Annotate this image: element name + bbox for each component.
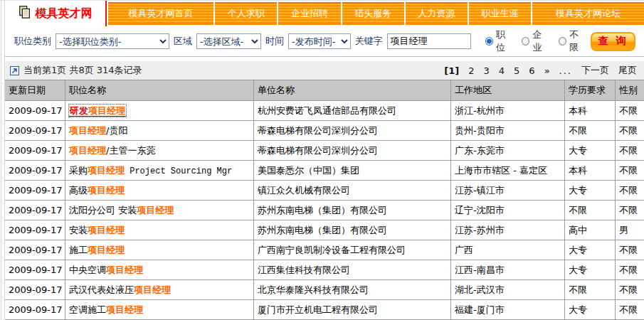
scope-radio-企业[interactable]: 企业 [522, 28, 550, 54]
job-title-link[interactable]: 安装项目经理 [69, 225, 125, 235]
job-title-link[interactable]: 高级项目经理 [69, 185, 125, 196]
job-date: 2009-09-17 [5, 161, 65, 181]
job-title-link[interactable]: 空调施工项目经理 [69, 304, 143, 315]
job-title-link[interactable]: 武汉代表处液压项目经理 [69, 284, 171, 295]
job-date: 2009-09-17 [5, 201, 65, 220]
column-header-4: 工作地区 [451, 80, 565, 101]
job-region: 广西 [451, 240, 565, 260]
job-education: 不限 [565, 280, 616, 300]
keyword-highlight: 项目经理 [106, 265, 143, 275]
title-segment: 中央空调 [69, 265, 106, 275]
job-region: 贵州-贵阳市 [451, 121, 565, 141]
job-date: 2009-09-17 [5, 260, 65, 280]
category-select[interactable]: -选择职位类别- [56, 33, 169, 49]
job-title-link[interactable]: 中央空调项目经理 [69, 265, 143, 275]
page: 模具英才网 模具英才网首页个人求职企业招聘猎头服务人力资源职业生涯模具英才网论坛… [0, 0, 644, 320]
keyword-highlight: 项目经理 [69, 145, 106, 156]
pagination-»[interactable]: » [544, 65, 550, 76]
company-name-link[interactable]: 苏州东南电梯（集团）有限公司 [258, 205, 387, 215]
nav-tab-2[interactable]: 个人求职 [215, 2, 277, 25]
company-name-link[interactable]: 镇江众久机械有限公司 [258, 185, 350, 196]
title-segment: Project Sourcing Mgr [125, 166, 232, 176]
nav-tab-4[interactable]: 猎头服务 [342, 2, 404, 25]
page-info-icon [10, 66, 19, 75]
job-gender: 不限 [616, 141, 644, 161]
scope-radio-不限[interactable]: 不限 [559, 28, 587, 54]
region-select[interactable]: -选择区域- [196, 33, 261, 49]
pagination-6[interactable]: 6 [529, 65, 534, 76]
job-gender: 不限 [616, 121, 644, 141]
job-region: 江苏-镇江市 [451, 181, 565, 201]
job-title-link[interactable]: 研发项目经理 [69, 105, 126, 117]
job-title-cell: 安装项目经理 [65, 220, 254, 240]
job-region: 辽宁-沈阳市 [451, 201, 565, 220]
table-body: 2009-09-17研发项目经理杭州安费诺飞凤通信部品有限公司浙江-杭州市本科不… [5, 101, 644, 320]
table-row: 2009-09-17项目经理/贵阳蒂森电梯有限公司深圳分公司贵州-贵阳市不限不限 [5, 121, 644, 141]
column-header-5: 学历要求 [565, 80, 616, 101]
job-region: 江西-南昌市 [451, 260, 565, 280]
company-name-link[interactable]: 江西集佳科技有限公司 [258, 265, 350, 275]
scope-radio-职位[interactable]: 职位 [485, 28, 514, 54]
company-cell: 美国泰悉尔（中国）集团 [254, 161, 451, 181]
job-education: 大专 [565, 260, 616, 280]
table-row: 2009-09-17项目经理/主管一东莞蒂森电梯有限公司深圳分公司广东-东莞市大… [5, 141, 644, 161]
region-label: 区域 [174, 35, 192, 48]
job-title-link[interactable]: 沈阳分公司 安装项目经理 [69, 205, 174, 215]
column-header-1: 更新日期 [5, 80, 65, 101]
table-row: 2009-09-17高级项目经理镇江众久机械有限公司江苏-镇江市大专不限 [5, 181, 644, 201]
table-row: 2009-09-17空调施工项目经理厦门市开立机电工程有限公司福建-厦门市大专不… [5, 300, 644, 320]
job-title-link[interactable]: 项目经理/主管一东莞 [69, 145, 155, 156]
pagination-2[interactable]: 2 [468, 65, 474, 76]
pagination-尾页[interactable]: 尾页 [618, 64, 637, 77]
keyword-highlight: 项目经理 [88, 165, 125, 176]
job-gender: 不限 [616, 181, 644, 201]
company-cell: 广西南宁良凯制冷设备工程有限公司 [254, 240, 451, 260]
pagination-ellipsis: ... [559, 65, 572, 76]
radio-icon [559, 37, 566, 46]
job-gender: 男 [616, 220, 644, 240]
keyword-input[interactable] [387, 33, 471, 49]
site-logo[interactable]: 模具英才网 [4, 1, 105, 26]
top-bar: 模具英才网 模具英才网首页个人求职企业招聘猎头服务人力资源职业生涯模具英才网论坛 [4, 1, 644, 26]
company-name-link[interactable]: 美国泰悉尔（中国）集团 [258, 165, 359, 176]
job-title-cell: 空调施工项目经理 [65, 300, 254, 320]
nav-tab-7[interactable]: 模具英才网论坛 [532, 2, 644, 25]
company-name-link[interactable]: 广西南宁良凯制冷设备工程有限公司 [258, 245, 406, 255]
company-name-link[interactable]: 厦门市开立机电工程有限公司 [258, 304, 378, 315]
company-name-link[interactable]: 杭州安费诺飞凤通信部品有限公司 [258, 105, 396, 116]
keyword-highlight: 项目经理 [88, 225, 125, 235]
pagination-5[interactable]: 5 [514, 65, 519, 76]
job-gender: 不限 [616, 101, 644, 121]
pagination-下一页[interactable]: 下一页 [581, 64, 609, 77]
company-name-link[interactable]: 蒂森电梯有限公司深圳分公司 [258, 145, 378, 156]
query-button[interactable]: 查 询 [591, 32, 635, 51]
title-segment: 高级 [69, 185, 88, 196]
nav-tab-1[interactable]: 模具英才网首页 [108, 2, 213, 25]
pagination-4[interactable]: 4 [499, 65, 505, 76]
nav-tab-5[interactable]: 人力资源 [406, 2, 468, 25]
column-header-3: 单位名称 [254, 80, 451, 101]
company-cell: 江西集佳科技有限公司 [254, 260, 451, 280]
time-select[interactable]: -发布时间- [288, 33, 351, 49]
job-date: 2009-09-17 [5, 240, 65, 260]
radio-label: 企业 [532, 28, 549, 54]
table-row: 2009-09-17沈阳分公司 安装项目经理苏州东南电梯（集团）有限公司辽宁-沈… [5, 201, 644, 220]
site-name: 模具英才网 [36, 6, 93, 21]
job-region: 上海市市辖区 - 嘉定区 [451, 161, 565, 181]
pagination-3[interactable]: 3 [484, 65, 490, 76]
company-name-link[interactable]: 北京华泰隆兴科技有限公司 [258, 284, 369, 295]
job-region: 福建-厦门市 [451, 300, 565, 320]
column-header-6: 性别 [616, 80, 644, 101]
keyword-highlight: 项目经理 [88, 245, 125, 255]
job-title-link[interactable]: 采购项目经理 Project Sourcing Mgr [69, 165, 232, 176]
nav-tab-6[interactable]: 职业生涯 [469, 2, 531, 25]
keyword-label: 关键字 [355, 35, 383, 48]
nav-tab-3[interactable]: 企业招聘 [278, 2, 340, 25]
job-title-link[interactable]: 施工项目经理 [69, 245, 125, 255]
job-education: 不限 [565, 121, 616, 141]
job-title-link[interactable]: 项目经理/贵阳 [69, 125, 127, 136]
company-name-link[interactable]: 蒂森电梯有限公司深圳分公司 [258, 125, 378, 136]
company-name-link[interactable]: 苏州东南电梯（集团）有限公司 [258, 225, 387, 235]
job-title-cell: 研发项目经理 [65, 101, 254, 121]
radio-label: 职位 [496, 28, 513, 54]
